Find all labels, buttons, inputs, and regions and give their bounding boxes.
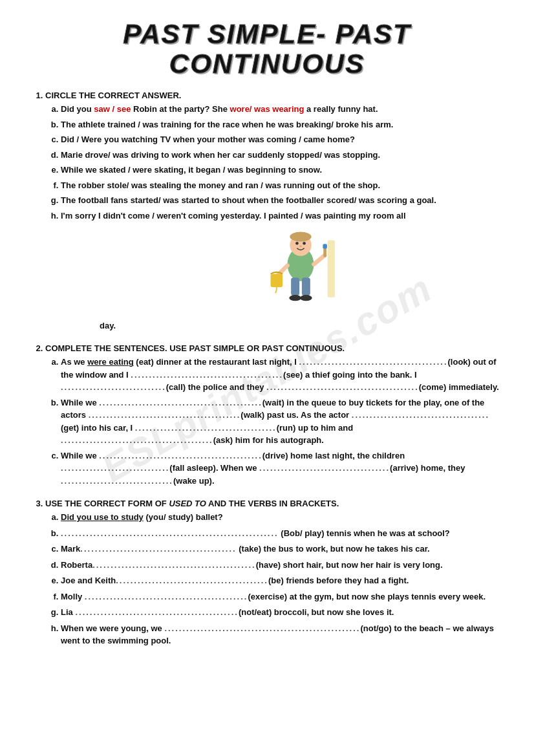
svg-point-2 (290, 232, 311, 242)
answer-option: was coming / came (248, 135, 325, 144)
list-item: Did you use to study (you/ study) ballet… (61, 511, 502, 524)
list-item: Did / Were you watching TV when your mot… (61, 133, 502, 146)
fill-dots: ........................................… (99, 396, 262, 409)
list-item: The athlete trained / was training for t… (61, 118, 502, 131)
svg-rect-12 (323, 244, 327, 249)
fill-dots: ............................... (61, 475, 173, 488)
answer-option: Did / Were (61, 135, 101, 144)
list-item: Molly ..................................… (61, 590, 502, 603)
fill-dots: .................................... (259, 462, 390, 475)
section-1-list: Did you saw / see Robin at the party? Sh… (45, 103, 502, 332)
fill-dots: ............................. (61, 381, 166, 394)
answer-option: began / was beginning (196, 165, 286, 175)
painter-image-container (100, 228, 502, 316)
fill-dots: ........................................… (92, 559, 256, 572)
list-item: The robber stole/ was stealing the money… (61, 179, 502, 192)
svg-point-4 (303, 242, 306, 245)
answer-option: ran / was running (245, 180, 315, 190)
fill-dots: ........................................… (116, 574, 268, 587)
section-3-item: USE THE CORRECT FORM OF USED TO AND THE … (45, 499, 502, 647)
fill-dots: ........................................… (85, 590, 248, 603)
svg-rect-15 (328, 241, 335, 297)
list-item: Roberta.................................… (61, 559, 502, 572)
section-1-item: CIRCLE THE CORRECT ANSWER. Did you saw /… (45, 91, 502, 332)
answer-option: drove/ was driving (85, 150, 159, 160)
fill-dots: ........................................… (266, 381, 419, 394)
section-2-title: COMPLETE THE SENTENCES. USE PAST SIMPLE … (45, 343, 345, 353)
fill-dots: ...................................... (352, 409, 489, 422)
answer-option: skated / were skating (99, 165, 184, 175)
list-item: Joe and Keith...........................… (61, 574, 502, 587)
answer-option: started/ was started (131, 195, 209, 205)
list-item: Marie drove/ was driving to work when he… (61, 149, 502, 162)
fill-dots: .............................. (61, 462, 169, 475)
list-item: While we skated / were skating, it began… (61, 164, 502, 177)
fill-dots: ........................................… (99, 449, 262, 462)
svg-rect-14 (271, 274, 283, 287)
list-item: As we were eating (eat) dinner at the re… (61, 356, 502, 394)
example-answer: were eating (87, 357, 134, 367)
list-item: When we were young, we .................… (61, 622, 502, 647)
fill-dots: ....................................... (135, 422, 277, 435)
painter-figure (262, 228, 339, 312)
answer-option: trained / was training (107, 120, 191, 129)
section-2-list: As we were eating (eat) dinner at the re… (45, 356, 502, 487)
answer-option: was breaking/ broke (278, 120, 359, 129)
answer-option: stole/ was stealing (107, 180, 182, 190)
day-line: day. (100, 319, 502, 332)
section-2: COMPLETE THE SENTENCES. USE PAST SIMPLE … (32, 343, 502, 487)
section-3-title: USE THE CORRECT FORM OF USED TO AND THE … (45, 499, 339, 508)
section-3-list: Did you use to study (you/ study) ballet… (45, 511, 502, 647)
answer-option: wore/ was wearing (230, 104, 304, 114)
section-2-item: COMPLETE THE SENTENCES. USE PAST SIMPLE … (45, 343, 502, 487)
answer-option: didn't come / weren't coming (103, 211, 218, 221)
fill-dots: ........................................… (61, 527, 279, 540)
fill-dots: ........................................… (131, 369, 283, 382)
list-item: The football fans started/ was started t… (61, 194, 502, 207)
svg-rect-6 (291, 278, 299, 296)
example-answer: Did you use to study (61, 512, 144, 522)
fill-dots: ........................................… (80, 543, 236, 556)
svg-point-9 (300, 295, 312, 301)
answer-option: saw / see (94, 104, 131, 114)
svg-point-3 (295, 242, 299, 245)
section-1: CIRCLE THE CORRECT ANSWER. Did you saw /… (32, 91, 502, 332)
page-title: PAST SIMPLE- PAST CONTINUOUS (32, 19, 502, 79)
svg-rect-7 (302, 278, 310, 296)
section-1-title: CIRCLE THE CORRECT ANSWER. (45, 91, 181, 100)
fill-dots: ........................................… (75, 606, 239, 619)
svg-point-8 (289, 295, 301, 301)
answer-option: painted / was painting (268, 211, 356, 221)
answer-option: stopped/ was stopping (287, 150, 378, 160)
list-item: While we ...............................… (61, 396, 502, 447)
list-item: I'm sorry I didn't come / weren't coming… (61, 210, 502, 332)
list-item: Lia ....................................… (61, 606, 502, 619)
fill-dots: ........................................… (299, 356, 447, 369)
fill-dots: ........................................… (61, 434, 213, 447)
list-item: Did you saw / see Robin at the party? Sh… (61, 103, 502, 116)
list-item: While we ...............................… (61, 449, 502, 488)
list-item: Mark....................................… (61, 543, 502, 556)
answer-option: scored/ was scoring (326, 195, 407, 205)
svg-line-10 (314, 255, 325, 265)
section-3: USE THE CORRECT FORM OF USED TO AND THE … (32, 499, 502, 647)
used-to-italic: USED TO (169, 499, 206, 508)
fill-dots: ........................................… (89, 409, 241, 422)
svg-point-5 (299, 246, 302, 248)
fill-dots: ........................................… (164, 622, 360, 635)
list-item: ........................................… (61, 527, 502, 540)
